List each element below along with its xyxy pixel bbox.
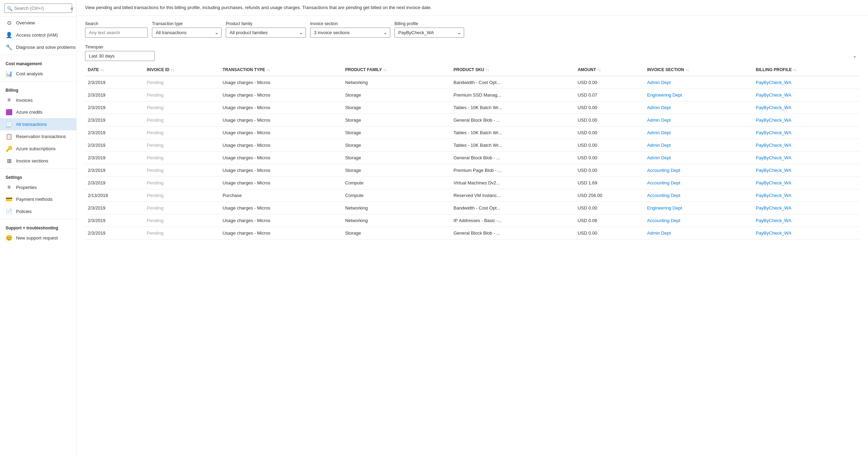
sidebar-item-invoice-sections[interactable]: ⊞Invoice sections [0,155,76,167]
cell-billing-profile[interactable]: PayByCheck_WA [753,101,860,114]
invoice-section-link[interactable]: Engineering Dept [647,92,682,98]
cell-product-sku: Tables - 10K Batch Wr... [451,126,575,139]
sidebar-search-area: 🔍 « [0,0,76,17]
search-icon: 🔍 [7,6,13,11]
invoice-section-link[interactable]: Admin Dept [647,105,671,110]
col-header-transaction-type[interactable]: TRANSACTION TYPE↑↓ [220,64,343,76]
invoice-section-link[interactable]: Accounting Dept [647,168,680,173]
cell-billing-profile[interactable]: PayByCheck_WA [753,76,860,89]
billing-profile-link[interactable]: PayByCheck_WA [756,193,791,198]
sidebar-item-payment-methods[interactable]: 💳Payment methods [0,193,76,205]
invoice-section-link[interactable]: Accounting Dept [647,180,680,185]
cell-product-sku: Reserved VM Instanc... [451,189,575,202]
cell-product-sku: Bandwidth - Cost Opt... [451,202,575,214]
sidebar-item-access-control[interactable]: 👤Access control (IAM) [0,29,76,41]
cell-invoice-id: Pending [144,76,220,89]
sidebar-item-properties[interactable]: ≡Properties [0,181,76,193]
cell-billing-profile[interactable]: PayByCheck_WA [753,126,860,139]
invoice-section-link[interactable]: Admin Dept [647,155,671,160]
cell-billing-profile[interactable]: PayByCheck_WA [753,139,860,151]
col-header-product-sku[interactable]: PRODUCT SKU↑↓ [451,64,575,76]
cell-invoice-section[interactable]: Accounting Dept [644,176,753,189]
transaction-type-select[interactable]: All transactionsUsage chargesPurchaseRef… [152,28,222,38]
invoice-section-link[interactable]: Admin Dept [647,80,671,85]
col-header-amount[interactable]: AMOUNT↑↓ [575,64,644,76]
table-row: 2/3/2019PendingUsage charges - MicrosSto… [85,139,860,151]
billing-profile-link[interactable]: PayByCheck_WA [756,92,791,98]
cell-billing-profile[interactable]: PayByCheck_WA [753,114,860,126]
cell-billing-profile[interactable]: PayByCheck_WA [753,227,860,239]
sidebar-item-diagnose[interactable]: 🔧Diagnose and solve problems [0,41,76,53]
billing-profile-link[interactable]: PayByCheck_WA [756,205,791,211]
cell-billing-profile[interactable]: PayByCheck_WA [753,151,860,164]
cell-invoice-section[interactable]: Admin Dept [644,114,753,126]
cell-invoice-section[interactable]: Admin Dept [644,227,753,239]
billing-profile-link[interactable]: PayByCheck_WA [756,143,791,148]
cell-invoice-section[interactable]: Accounting Dept [644,189,753,202]
col-header-invoice-section[interactable]: INVOICE SECTION↑↓ [644,64,753,76]
cell-billing-profile[interactable]: PayByCheck_WA [753,164,860,176]
cell-billing-profile[interactable]: PayByCheck_WA [753,189,860,202]
cell-billing-profile[interactable]: PayByCheck_WA [753,176,860,189]
table-row: 2/3/2019PendingUsage charges - MicrosSto… [85,114,860,126]
sidebar-item-azure-subscriptions[interactable]: 🔑Azure subscriptions [0,143,76,155]
billing-profile-link[interactable]: PayByCheck_WA [756,168,791,173]
billing-profile-link[interactable]: PayByCheck_WA [756,80,791,85]
invoice-section-link[interactable]: Accounting Dept [647,193,680,198]
col-header-billing-profile[interactable]: BILLING PROFILE↑↓ [753,64,860,76]
sidebar-item-invoices[interactable]: ≡Invoices [0,94,76,106]
cell-billing-profile[interactable]: PayByCheck_WA [753,202,860,214]
cell-invoice-section[interactable]: Accounting Dept [644,164,753,176]
cell-billing-profile[interactable]: PayByCheck_WA [753,214,860,227]
invoice-section-link[interactable]: Engineering Dept [647,205,682,211]
billing-profile-link[interactable]: PayByCheck_WA [756,117,791,123]
sidebar-item-new-support-request[interactable]: 😊New support request [0,232,76,244]
cell-invoice-section[interactable]: Admin Dept [644,76,753,89]
sidebar-item-reservation-transactions[interactable]: 📋Reservation transactions [0,130,76,143]
sort-icon: ↑↓ [597,68,601,72]
billing-profile-link[interactable]: PayByCheck_WA [756,105,791,110]
invoice-section-link[interactable]: Admin Dept [647,117,671,123]
cell-amount: USD 0.00 [575,151,644,164]
invoice-section-link[interactable]: Admin Dept [647,130,671,135]
cell-billing-profile[interactable]: PayByCheck_WA [753,89,860,101]
cell-invoice-section[interactable]: Admin Dept [644,139,753,151]
cell-amount: USD 0.00 [575,227,644,239]
table-row: 2/3/2019PendingUsage charges - MicrosNet… [85,214,860,227]
cell-invoice-section[interactable]: Engineering Dept [644,89,753,101]
sidebar-item-policies[interactable]: 📄Policies [0,205,76,218]
invoice-section-link[interactable]: Accounting Dept [647,218,680,223]
cell-invoice-section[interactable]: Admin Dept [644,151,753,164]
cell-invoice-section[interactable]: Engineering Dept [644,202,753,214]
billing-profile-link[interactable]: PayByCheck_WA [756,218,791,223]
col-header-product-family[interactable]: PRODUCT FAMILY↑↓ [342,64,451,76]
section-label-settings: Settings [0,170,76,181]
timespan-select[interactable]: Last 30 daysLast 60 daysLast 90 daysCust… [85,51,155,61]
cell-product-sku: Premium SSD Manag... [451,89,575,101]
cell-invoice-section[interactable]: Admin Dept [644,126,753,139]
search-filter-input[interactable] [85,28,148,38]
cell-transaction-type: Usage charges - Micros [220,202,343,214]
sidebar-item-cost-analysis[interactable]: 📊Cost analysis [0,68,76,80]
invoice-section-select[interactable]: 3 invoice sectionsAdmin DeptEngineering … [310,28,390,38]
search-input[interactable] [4,3,72,13]
sidebar-item-label: Policies [16,209,32,214]
cell-invoice-section[interactable]: Accounting Dept [644,214,753,227]
cell-invoice-section[interactable]: Admin Dept [644,101,753,114]
sidebar-item-all-transactions[interactable]: 🧾All transactions [0,118,76,130]
billing-profile-select[interactable]: PayByCheck_WA [394,28,464,38]
collapse-button[interactable]: « [69,4,75,13]
cell-product-family: Compute [342,176,451,189]
billing-profile-link[interactable]: PayByCheck_WA [756,155,791,160]
billing-profile-link[interactable]: PayByCheck_WA [756,230,791,236]
col-header-date[interactable]: DATE↑↓ [85,64,144,76]
billing-profile-link[interactable]: PayByCheck_WA [756,130,791,135]
invoice-section-link[interactable]: Admin Dept [647,143,671,148]
col-header-invoice-id[interactable]: INVOICE ID↑↓ [144,64,220,76]
billing-profile-link[interactable]: PayByCheck_WA [756,180,791,185]
invoice-section-link[interactable]: Admin Dept [647,230,671,236]
sort-icon: ↑↓ [171,68,174,72]
sidebar-item-azure-credits[interactable]: 🟪Azure credits [0,106,76,118]
sidebar-item-overview[interactable]: ⊙Overview [0,17,76,29]
product-family-select[interactable]: All product familiesComputeStorageNetwor… [226,28,306,38]
